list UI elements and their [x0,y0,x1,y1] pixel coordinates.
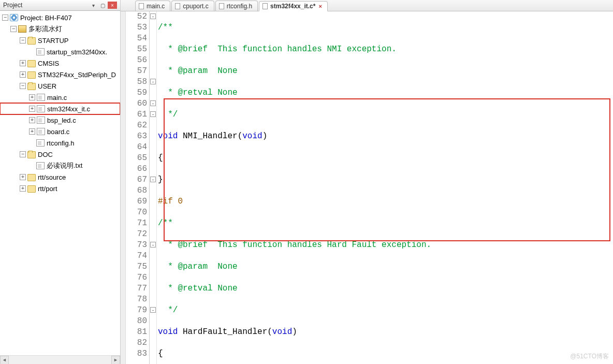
tree-folder-rtt-source[interactable]: + rtt/source [0,171,120,183]
file-icon [262,3,268,9]
folder-icon [27,71,36,79]
file-icon [175,3,180,9]
code-editor[interactable]: 525354 555657 585960 616263 646566 67686… [121,11,613,364]
fold-toggle[interactable]: - [150,100,156,106]
tree-label: rtt/source [38,173,66,181]
tab-label: cpuport.c [183,3,208,10]
project-icon [10,14,18,21]
file-icon [36,48,45,55]
editor-tabs: main.c cpuport.c rtconfig.h stm32f4xx_it… [121,0,613,11]
tree-root[interactable]: − Project: BH-F407 [0,12,120,23]
file-icon [36,162,45,169]
tree-label: rtt/port [38,185,57,193]
tree-label: bsp_led.c [47,117,76,124]
editor-area: main.c cpuport.c rtconfig.h stm32f4xx_it… [121,0,613,364]
tree-file[interactable]: + bsp_led.c [0,114,120,126]
fold-toggle[interactable]: - [150,111,156,117]
tab-close-icon[interactable]: × [318,3,322,9]
tree-label: DOC [38,151,53,158]
tree-file[interactable]: startup_stm32f40xx. [0,46,120,57]
panel-title-text: Project [3,2,22,9]
tree-file[interactable]: 必读说明.txt [0,160,120,171]
bookmark-margin [121,11,126,364]
tab-rtconfig[interactable]: rtconfig.h [215,1,258,11]
folder-icon [27,60,36,67]
tree-label: main.c [47,94,67,101]
tree-label: stm32f4xx_it.c [47,105,90,113]
project-panel: Project ▾ ▢ × − Project: BH-F407 − 多彩流水灯… [0,0,121,364]
workspace-icon [18,25,26,33]
tree-folder-user[interactable]: − USER [0,80,120,92]
scrollbar-horizontal[interactable]: ◄ ► [0,355,120,364]
tree-label: board.c [47,128,69,136]
scroll-right-button[interactable]: ► [111,356,120,365]
tab-label: stm32f4xx_it.c* [270,3,315,10]
tree-folder-cmsis[interactable]: + CMSIS [0,57,120,69]
folder-open-icon [27,151,36,158]
expand-icon[interactable]: + [29,128,35,135]
tree-workspace[interactable]: − 多彩流水灯 [0,23,120,35]
expand-icon[interactable]: − [2,14,8,21]
expand-icon[interactable]: − [20,37,26,43]
tree-label: CMSIS [38,60,59,67]
fold-toggle[interactable]: - [150,307,156,313]
file-icon [37,128,45,135]
folder-open-icon [27,83,36,90]
expand-icon[interactable]: − [20,151,26,157]
tree-label: Project: BH-F407 [20,14,72,22]
file-icon [37,94,45,101]
project-tree[interactable]: − Project: BH-F407 − 多彩流水灯 − STARTUP sta… [0,11,120,355]
tree-file[interactable]: + main.c [0,92,120,103]
tree-label: 多彩流水灯 [28,24,62,34]
folder-open-icon [27,37,36,45]
tab-main[interactable]: main.c [135,1,170,11]
fold-toggle[interactable]: - [150,13,156,19]
panel-titlebar: Project ▾ ▢ × [0,0,120,11]
fold-toggle[interactable]: - [150,177,156,182]
folder-icon [27,174,36,181]
tab-label: rtconfig.h [227,3,252,10]
tab-cpuport[interactable]: cpuport.c [171,1,214,11]
scroll-left-button[interactable]: ◄ [0,356,9,365]
expand-icon[interactable]: − [20,83,26,89]
watermark: @51CTO博客 [570,352,609,361]
line-numbers: 525354 555657 585960 616263 646566 67686… [126,11,150,364]
tree-label: USER [38,82,56,90]
expand-icon[interactable]: + [29,106,35,112]
fold-toggle[interactable]: - [150,79,156,84]
tree-label: STARTUP [38,37,68,45]
file-icon [37,105,45,112]
fold-toggle[interactable]: - [150,242,156,247]
expand-icon[interactable]: + [20,60,26,66]
panel-autohide-button[interactable]: ▢ [98,2,107,9]
expand-icon[interactable]: + [29,117,35,123]
tab-stm32f4xx-it[interactable]: stm32f4xx_it.c* × [259,1,328,11]
expand-icon[interactable]: + [20,71,26,78]
file-icon [37,117,45,124]
folder-icon [27,185,36,193]
file-icon [36,139,45,147]
tree-folder-doc[interactable]: − DOC [0,149,120,160]
expand-icon[interactable]: − [10,26,17,32]
panel-dropdown-button[interactable]: ▾ [89,2,97,9]
file-icon [139,3,144,9]
tree-label: STM32F4xx_StdPeriph_D [38,71,116,79]
code-text[interactable]: /** * @brief This function handles NMI e… [157,11,613,364]
tree-label: startup_stm32f40xx. [47,48,107,56]
tree-file[interactable]: + board.c [0,126,120,137]
expand-icon[interactable]: + [20,174,26,180]
tree-label: 必读说明.txt [47,161,82,170]
panel-close-button[interactable]: × [108,2,117,9]
expand-icon[interactable]: + [20,185,26,192]
fold-margin[interactable]: - - - - - - - [150,11,157,364]
tree-folder-startup[interactable]: − STARTUP [0,35,120,46]
expand-icon[interactable]: + [29,94,35,100]
tree-folder-periph[interactable]: + STM32F4xx_StdPeriph_D [0,69,120,80]
tree-label: rtconfig.h [47,139,74,147]
tree-file-selected[interactable]: + stm32f4xx_it.c [0,103,120,114]
tree-folder-rtt-port[interactable]: + rtt/port [0,183,120,194]
tab-label: main.c [147,3,165,10]
tree-file[interactable]: rtconfig.h [0,137,120,149]
file-icon [219,3,224,9]
